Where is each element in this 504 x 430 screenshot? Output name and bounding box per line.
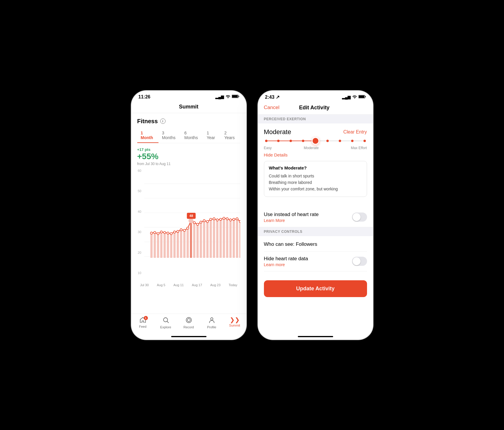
slider-dot-2 [277, 140, 280, 142]
heart-rate-learn-more[interactable]: Learn More [264, 218, 319, 223]
svg-point-52 [196, 223, 198, 225]
slider-thumb[interactable] [312, 137, 319, 145]
fitness-tabs: 1 Month 3 Months 6 Months 1 Year 2 Years [137, 128, 240, 143]
edit-header: Cancel Edit Activity [258, 102, 373, 115]
svg-point-59 [219, 218, 222, 220]
record-icon [186, 317, 192, 324]
svg-point-49 [186, 227, 189, 229]
hide-hr-toggle[interactable] [352, 257, 367, 266]
who-can-see-row[interactable]: Who can see: Followers [264, 240, 367, 252]
svg-point-48 [183, 229, 185, 231]
hide-hr-toggle-left: Hide heart rate data Learn more [264, 256, 308, 267]
battery-icon [232, 95, 239, 99]
svg-line-69 [167, 321, 168, 323]
status-bar-2: 2:43 ↗ ▂▄▆ [258, 91, 373, 102]
perceived-exertion-header: PERCEIVED EXERTION [258, 115, 373, 123]
svg-point-39 [153, 231, 156, 233]
tab-6months[interactable]: 6 Months [181, 128, 203, 143]
who-can-see-value: Followers [296, 241, 317, 247]
tab-1month[interactable]: 1 Month [137, 128, 158, 143]
privacy-section: Who can see: Followers Hide heart rate d… [258, 236, 373, 276]
pts-label: +17 pts [137, 147, 240, 152]
status-bar-1: 11:26 ▂▄▆ [131, 91, 246, 102]
detail-line-2: Breathing more labored [269, 179, 362, 186]
exertion-section: Moderate Clear Entry [258, 123, 373, 207]
svg-point-63 [232, 218, 234, 220]
heart-rate-toggle-row: Use instead of heart rate Learn More [258, 207, 373, 227]
hide-details-button[interactable]: Hide Details [264, 152, 367, 157]
svg-rect-75 [365, 96, 366, 97]
svg-point-70 [186, 317, 191, 323]
nav-summit[interactable]: ❯❯ Summit [223, 317, 246, 329]
hide-hr-label: Hide heart rate data [264, 256, 308, 262]
info-icon[interactable]: i [160, 118, 166, 124]
svg-rect-1 [232, 95, 238, 98]
record-label: Record [184, 325, 194, 329]
svg-point-55 [206, 220, 208, 223]
slider-dot-7 [339, 140, 341, 142]
feed-label: Feed [139, 325, 146, 328]
heart-rate-label: Use instead of heart rate [264, 212, 319, 218]
signal-icon: ▂▄▆ [215, 95, 224, 99]
tab-3months[interactable]: 3 Months [158, 128, 181, 143]
phone-1-fitness: 11:26 ▂▄▆ Summit Fitness i 1 Month 3 Mon… [131, 91, 246, 340]
detail-line-1: Could talk in short spurts [269, 173, 362, 179]
details-text: Could talk in short spurts Breathing mor… [269, 173, 362, 192]
slider-labels: Easy Moderate Max Effort [264, 146, 367, 150]
wifi-icon [226, 95, 230, 99]
svg-point-58 [216, 219, 218, 221]
cancel-button[interactable]: Cancel [264, 105, 280, 111]
heart-rate-toggle[interactable] [352, 212, 367, 222]
nav-explore[interactable]: Explore [154, 317, 177, 329]
pct-label: +55% [137, 152, 240, 161]
details-title: What's Moderate? [269, 165, 362, 170]
x-axis-labels: Jul 30 Aug 5 Aug 11 Aug 17 Aug 23 Today [137, 282, 240, 287]
update-activity-button[interactable]: Update Activity [264, 280, 367, 297]
heart-rate-toggle-left: Use instead of heart rate Learn More [264, 212, 319, 223]
slider-dot-8 [351, 140, 353, 142]
svg-point-47 [180, 229, 182, 231]
label-easy: Easy [264, 146, 272, 150]
toggle-knob-2 [353, 257, 361, 265]
svg-point-57 [213, 218, 215, 220]
svg-point-45 [173, 231, 175, 233]
slider-track [265, 141, 366, 141]
who-can-see-label: Who can see: [264, 241, 295, 247]
fitness-title: Fitness i [137, 118, 240, 125]
explore-icon [163, 317, 169, 324]
svg-point-40 [157, 233, 159, 235]
detail-line-3: Within your comfort zone, but working [269, 186, 362, 192]
slider-dot-6 [326, 140, 329, 142]
phone-2-edit: 2:43 ↗ ▂▄▆ Cancel Edit Activity PERCEIVE… [258, 91, 373, 340]
svg-point-62 [229, 219, 231, 221]
details-box: What's Moderate? Could talk in short spu… [264, 161, 367, 197]
svg-point-53 [200, 221, 202, 223]
label-max: Max Effort [351, 146, 367, 150]
svg-point-71 [187, 319, 190, 322]
slider-dot-1 [265, 140, 267, 142]
tab-2years[interactable]: 2 Years [221, 128, 240, 143]
status-time-1: 11:26 [138, 94, 151, 100]
svg-point-51 [193, 221, 195, 223]
nav-profile[interactable]: Profile [200, 317, 223, 329]
nav-feed[interactable]: 1 Feed [131, 317, 154, 329]
tab-1year[interactable]: 1 Year [203, 128, 221, 143]
privacy-controls-header: PRIVACY CONTROLS [258, 227, 373, 236]
battery-icon-2 [358, 95, 366, 99]
svg-point-65 [239, 220, 240, 223]
nav-record[interactable]: Record [177, 317, 200, 329]
edit-title: Edit Activity [299, 105, 329, 111]
hide-hr-learn-more[interactable]: Learn more [264, 262, 308, 267]
summit-title: Summit [179, 104, 198, 110]
status-time-2: 2:43 ↗ [265, 94, 280, 100]
exertion-value: Moderate [264, 128, 291, 136]
exertion-slider[interactable]: Easy Moderate Max Effort [264, 141, 367, 150]
explore-label: Explore [160, 325, 171, 329]
svg-point-38 [150, 232, 152, 234]
clear-entry-button[interactable]: Clear Entry [343, 129, 367, 135]
svg-point-56 [209, 218, 211, 220]
chart-svg: 48 [137, 169, 240, 281]
svg-point-50 [188, 218, 193, 223]
svg-point-41 [160, 231, 162, 233]
date-range: from Jul 30 to Aug 11 [137, 162, 240, 166]
